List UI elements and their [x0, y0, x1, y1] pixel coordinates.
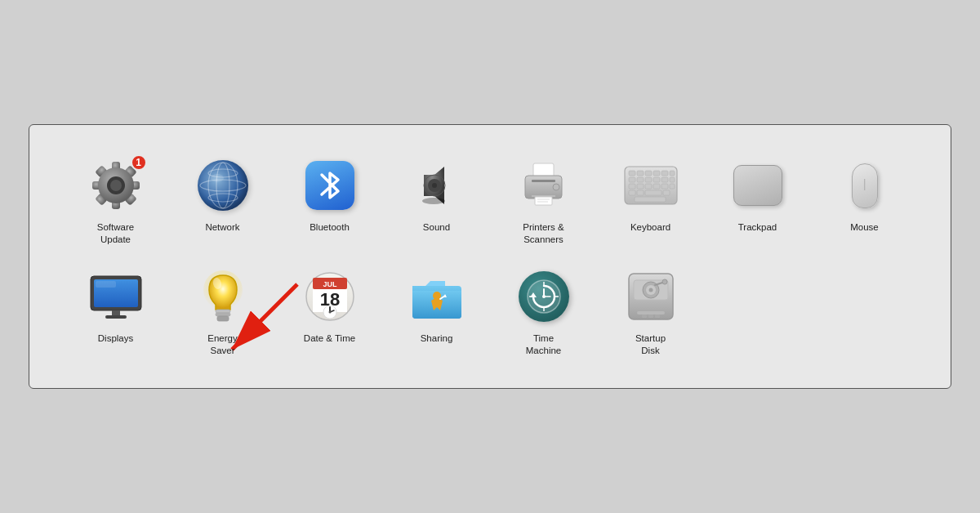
- trackpad-item[interactable]: Trackpad: [704, 149, 811, 252]
- software-update-item[interactable]: 1 SoftwareUpdate: [62, 149, 169, 252]
- svg-rect-64: [217, 316, 229, 321]
- displays-label: Displays: [98, 332, 133, 345]
- clock-icon: JUL 18: [305, 271, 355, 322]
- bulb-icon: [199, 269, 247, 324]
- svg-rect-40: [645, 177, 652, 182]
- energy-saver-label: EnergySaver: [207, 332, 237, 357]
- svg-point-91: [662, 279, 667, 284]
- svg-point-73: [328, 311, 331, 314]
- trackpad-icon: [733, 165, 782, 206]
- keyboard-item[interactable]: Keyboard: [597, 149, 704, 252]
- svg-rect-43: [670, 177, 675, 182]
- svg-point-89: [648, 288, 653, 292]
- displays-item[interactable]: Displays: [62, 261, 169, 364]
- svg-rect-94: [648, 314, 653, 318]
- keyboard-label: Keyboard: [630, 221, 670, 234]
- date-time-label: Date & Time: [304, 332, 355, 345]
- notification-badge: 1: [131, 154, 147, 171]
- bluetooth-icon-wrap: [301, 156, 359, 215]
- svg-rect-53: [663, 190, 670, 195]
- software-update-label: SoftwareUpdate: [97, 221, 134, 246]
- time-machine-label: TimeMachine: [526, 332, 561, 357]
- svg-rect-48: [662, 184, 668, 189]
- svg-rect-47: [653, 184, 660, 189]
- svg-point-84: [542, 295, 546, 298]
- svg-rect-59: [105, 315, 127, 319]
- keyboard-icon: [623, 165, 679, 206]
- svg-rect-92: [637, 311, 665, 314]
- keyboard-icon-wrap: [621, 156, 680, 215]
- bluetooth-symbol: [318, 168, 342, 203]
- trackpad-icon-wrap: [728, 156, 787, 215]
- svg-rect-57: [96, 281, 116, 288]
- time-machine-item[interactable]: TimeMachine: [490, 261, 597, 364]
- globe-lines: [198, 160, 248, 211]
- svg-rect-51: [637, 190, 644, 195]
- energy-saver-icon-wrap: [194, 267, 252, 326]
- printers-scanners-label: Printers &Scanners: [523, 221, 564, 246]
- printers-scanners-item[interactable]: Printers &Scanners: [490, 149, 597, 252]
- svg-rect-44: [629, 184, 635, 189]
- time-machine-icon: [519, 271, 569, 322]
- svg-rect-32: [629, 171, 635, 176]
- svg-point-15: [208, 194, 238, 202]
- time-machine-icon-wrap: [514, 267, 573, 326]
- svg-rect-33: [637, 171, 644, 176]
- printers-icon-wrap: [514, 156, 573, 215]
- svg-rect-35: [653, 171, 660, 176]
- svg-rect-38: [629, 177, 635, 182]
- network-label: Network: [205, 221, 239, 234]
- bluetooth-label: Bluetooth: [310, 221, 350, 234]
- svg-rect-63: [216, 313, 230, 316]
- globe-icon: [198, 160, 248, 211]
- svg-rect-41: [653, 177, 660, 182]
- displays-icon-wrap: [87, 267, 145, 326]
- svg-rect-95: [655, 314, 660, 318]
- svg-point-26: [553, 184, 559, 190]
- sound-label: Sound: [423, 221, 450, 234]
- energy-saver-item[interactable]: EnergySaver: [169, 261, 276, 364]
- mouse-icon: [852, 163, 878, 208]
- network-item[interactable]: Network: [169, 149, 276, 252]
- sharing-icon-wrap: [408, 267, 466, 326]
- date-time-item[interactable]: JUL 18 Date & Time: [276, 261, 383, 364]
- sound-icon-wrap: [408, 156, 466, 215]
- svg-point-18: [211, 174, 224, 182]
- sharing-label: Sharing: [421, 332, 453, 345]
- svg-point-22: [422, 198, 445, 204]
- svg-rect-49: [670, 184, 675, 189]
- svg-rect-62: [216, 310, 230, 313]
- system-preferences-panel: 1 SoftwareUpdate: [29, 124, 951, 389]
- trackpad-label: Trackpad: [738, 221, 777, 234]
- svg-text:JUL: JUL: [323, 280, 337, 288]
- startup-disk-item[interactable]: StartupDisk: [597, 261, 704, 364]
- svg-point-21: [432, 183, 437, 188]
- display-icon: [89, 274, 143, 319]
- network-icon-wrap: [194, 156, 252, 215]
- bluetooth-icon: [305, 161, 354, 210]
- startup-disk-label: StartupDisk: [635, 332, 666, 357]
- software-update-icon-wrap: 1: [87, 156, 145, 215]
- startup-disk-icon: [626, 269, 676, 324]
- svg-rect-25: [532, 180, 555, 182]
- sound-icon: [412, 160, 462, 211]
- bluetooth-item[interactable]: Bluetooth: [276, 149, 383, 252]
- preferences-grid: 1 SoftwareUpdate: [62, 149, 918, 364]
- svg-point-14: [200, 180, 246, 191]
- sharing-item[interactable]: Sharing: [383, 261, 490, 364]
- time-machine-clock: [523, 276, 564, 317]
- sound-item[interactable]: Sound: [383, 149, 490, 252]
- svg-rect-37: [670, 171, 675, 176]
- svg-rect-34: [645, 171, 652, 176]
- startup-disk-icon-wrap: [621, 267, 680, 326]
- svg-rect-50: [629, 190, 635, 195]
- date-time-icon-wrap: JUL 18: [301, 267, 359, 326]
- svg-rect-36: [662, 171, 668, 176]
- svg-rect-52: [645, 190, 662, 195]
- mouse-item[interactable]: Mouse: [811, 149, 918, 252]
- svg-rect-54: [635, 197, 666, 202]
- svg-rect-46: [645, 184, 652, 189]
- sharing-icon: [409, 273, 465, 320]
- svg-rect-39: [637, 177, 644, 182]
- svg-rect-45: [637, 184, 644, 189]
